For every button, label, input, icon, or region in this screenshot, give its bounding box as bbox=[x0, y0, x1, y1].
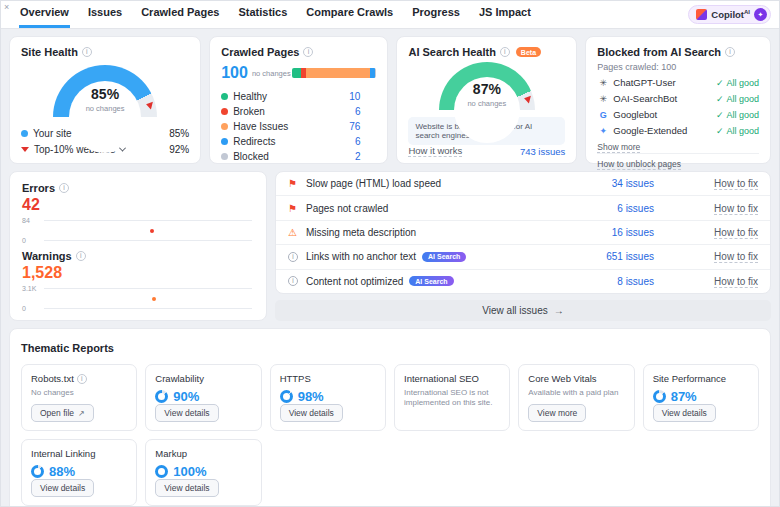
copilot-badge: ✦ bbox=[754, 8, 767, 21]
score-ring-icon bbox=[280, 390, 293, 403]
warnings-trend-chart: 3.1K 0 bbox=[22, 286, 254, 311]
how-to-fix-link[interactable]: How to fix bbox=[714, 178, 758, 190]
site-health-change: no changes bbox=[53, 104, 157, 113]
tab-issues[interactable]: Issues bbox=[87, 0, 123, 28]
ai-search-health-card: AI Search Health i Beta 87% no changes W… bbox=[396, 36, 577, 164]
how-to-fix-link[interactable]: How to fix bbox=[714, 203, 758, 215]
status-all-good: ✓All good bbox=[716, 126, 759, 136]
score-ring-icon bbox=[653, 390, 666, 403]
broken-count-link[interactable]: 6 bbox=[340, 106, 360, 117]
issue-row: i Content not optimized AI Search 8 issu… bbox=[276, 270, 770, 293]
info-icon[interactable]: i bbox=[59, 183, 69, 193]
tab-compare-crawls[interactable]: Compare Crawls bbox=[305, 0, 394, 28]
top-issues-card: ⚑ Slow page (HTML) load speed 34 issues … bbox=[275, 171, 771, 294]
ai-search-health-title: AI Search Health bbox=[408, 46, 495, 58]
ai-search-value: 87% bbox=[473, 81, 501, 97]
tab-progress[interactable]: Progress bbox=[411, 0, 461, 28]
view-details-button[interactable]: View details bbox=[653, 404, 716, 422]
crawled-pages-title: Crawled Pages bbox=[221, 46, 299, 58]
how-to-unblock-link[interactable]: How to unblock pages bbox=[597, 159, 681, 170]
tab-crawled-pages[interactable]: Crawled Pages bbox=[140, 0, 220, 28]
tab-statistics[interactable]: Statistics bbox=[237, 0, 288, 28]
copilot-icon bbox=[696, 9, 707, 20]
blocked-from-ai-card: Blocked from AI Search i Pages crawled: … bbox=[585, 36, 771, 164]
robots-txt-card: Robots.txti No changes Open file↗ bbox=[21, 364, 137, 431]
ai-issues-link[interactable]: 743 issues bbox=[520, 146, 565, 157]
issue-row: i Links with no anchor text AI Search 65… bbox=[276, 245, 770, 269]
site-health-card: Site Health i 85% no changes Your site bbox=[9, 36, 201, 164]
blocked-dot-icon bbox=[221, 153, 228, 160]
legend-blocked: Blocked 2 bbox=[221, 151, 376, 162]
core-web-vitals-card: Core Web Vitals Available with a paid pl… bbox=[518, 364, 634, 431]
copilot-button[interactable]: CopilotAI ✦ bbox=[688, 5, 771, 24]
warnings-count[interactable]: 1,528 bbox=[22, 264, 254, 282]
issue-row: ⚑ Pages not crawled 6 issues How to fix bbox=[276, 196, 770, 220]
tab-bar: × Overview Issues Crawled Pages Statisti… bbox=[1, 1, 779, 29]
how-to-fix-link[interactable]: How to fix bbox=[714, 227, 758, 239]
how-to-fix-link[interactable]: How to fix bbox=[714, 251, 758, 263]
issue-count-link[interactable]: 8 issues bbox=[524, 276, 654, 287]
thematic-grid: Robots.txti No changes Open file↗ Crawla… bbox=[21, 364, 759, 506]
legend-redirects: Redirects 6 bbox=[221, 136, 376, 147]
view-details-button[interactable]: View details bbox=[31, 479, 94, 497]
tab-js-impact[interactable]: JS Impact bbox=[478, 0, 532, 28]
info-icon[interactable]: i bbox=[500, 47, 510, 57]
issue-count-link[interactable]: 651 issues bbox=[524, 251, 654, 262]
crawled-pages-stacked-bar bbox=[292, 68, 376, 78]
legend-healthy: Healthy 10 bbox=[221, 91, 376, 102]
close-icon[interactable]: × bbox=[4, 2, 9, 12]
how-it-works-link[interactable]: How it works bbox=[408, 145, 462, 157]
check-icon: ✓ bbox=[716, 78, 724, 88]
info-icon[interactable]: i bbox=[725, 47, 735, 57]
warnings-data-point bbox=[152, 297, 156, 301]
markup-score: 100% bbox=[173, 464, 206, 479]
openai-logo-icon: ✳ bbox=[597, 78, 609, 88]
crawled-total[interactable]: 100 bbox=[221, 64, 248, 82]
status-all-good: ✓All good bbox=[716, 94, 759, 104]
https-card: HTTPS 98% View details bbox=[270, 364, 386, 431]
legend-have-issues: Have Issues 76 bbox=[221, 121, 376, 132]
crawled-pages-card: Crawled Pages i 100 no changes Healthy 1… bbox=[209, 36, 388, 164]
issue-row: ⚠ Missing meta description 16 issues How… bbox=[276, 221, 770, 245]
view-all-issues-button[interactable]: View all issues→ bbox=[275, 300, 771, 321]
summary-cards-row: Site Health i 85% no changes Your site bbox=[9, 36, 771, 164]
core-web-vitals-status: Available with a paid plan bbox=[528, 388, 624, 398]
info-icon[interactable]: i bbox=[82, 47, 92, 57]
have-issues-count-link[interactable]: 76 bbox=[340, 121, 360, 132]
issue-count-link[interactable]: 16 issues bbox=[524, 227, 654, 238]
blocked-count-link[interactable]: 2 bbox=[340, 151, 360, 162]
robots-status: No changes bbox=[31, 388, 127, 398]
errors-trend-chart: 84 0 bbox=[22, 218, 254, 243]
bot-row: ✦ Google-Extended ✓All good bbox=[597, 125, 759, 136]
redirects-count-link[interactable]: 6 bbox=[340, 136, 360, 147]
errors-data-point bbox=[150, 229, 154, 233]
how-to-fix-link[interactable]: How to fix bbox=[714, 276, 758, 288]
site-health-title: Site Health bbox=[21, 46, 78, 58]
external-link-icon: ↗ bbox=[78, 409, 85, 418]
internal-linking-card: Internal Linking 88% View details bbox=[21, 439, 137, 506]
openai-logo-icon: ✳ bbox=[597, 94, 609, 104]
ai-search-change: no changes bbox=[439, 99, 535, 108]
benchmark-triangle-icon bbox=[21, 147, 29, 152]
issue-count-link[interactable]: 6 issues bbox=[524, 203, 654, 214]
your-site-dot-icon bbox=[21, 130, 28, 137]
view-details-button[interactable]: View details bbox=[155, 404, 218, 422]
thematic-reports-title: Thematic Reports bbox=[21, 342, 114, 354]
info-icon[interactable]: i bbox=[76, 251, 86, 261]
view-more-button[interactable]: View more bbox=[528, 404, 586, 422]
open-file-button[interactable]: Open file↗ bbox=[31, 404, 94, 422]
show-more-link[interactable]: Show more bbox=[597, 142, 640, 153]
ai-search-badge: AI Search bbox=[422, 252, 466, 262]
info-icon[interactable]: i bbox=[77, 374, 87, 384]
tab-overview[interactable]: Overview bbox=[19, 0, 70, 28]
errors-and-issues-row: Errors i 42 84 0 Warnings i 1,528 3.1K bbox=[9, 171, 771, 321]
view-details-button[interactable]: View details bbox=[280, 404, 343, 422]
crawled-change: no changes bbox=[252, 69, 291, 78]
info-icon[interactable]: i bbox=[303, 47, 313, 57]
healthy-count-link[interactable]: 10 bbox=[340, 91, 360, 102]
view-details-button[interactable]: View details bbox=[155, 479, 218, 497]
issue-count-link[interactable]: 34 issues bbox=[524, 178, 654, 189]
site-performance-score: 87% bbox=[671, 389, 697, 404]
crawled-pages-legend: Healthy 10 Broken 6 Have Issues 76 bbox=[221, 91, 376, 162]
errors-count[interactable]: 42 bbox=[22, 196, 254, 214]
